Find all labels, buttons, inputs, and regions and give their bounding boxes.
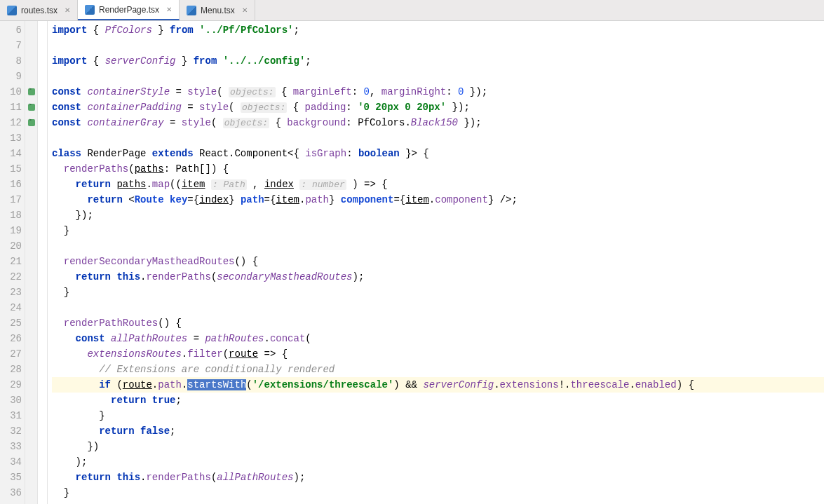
code-line[interactable]: const allPathRoutes = pathRoutes.concat( bbox=[52, 331, 824, 346]
code-line[interactable]: } bbox=[52, 408, 824, 423]
code-line[interactable]: }) bbox=[52, 439, 824, 454]
code-line[interactable]: }); bbox=[52, 207, 824, 223]
code-line[interactable]: const containerGray = style( objects: { … bbox=[52, 115, 824, 130]
code-line[interactable]: import { serverConfig } from '../../conf… bbox=[52, 53, 824, 69]
close-icon[interactable]: ✕ bbox=[242, 6, 248, 14]
code-line[interactable]: const containerPadding = style( objects:… bbox=[52, 100, 824, 115]
vcs-modified-icon bbox=[28, 104, 35, 111]
code-line[interactable] bbox=[52, 300, 824, 315]
code-line[interactable]: return paths.map((item : Path , index : … bbox=[52, 177, 824, 192]
code-line[interactable]: } bbox=[52, 485, 824, 500]
code-line[interactable]: renderSecondaryMastheadRoutes() { bbox=[52, 254, 824, 269]
code-line[interactable]: renderPaths(paths: Path[]) { bbox=[52, 161, 824, 177]
code-line[interactable]: ); bbox=[52, 454, 824, 470]
tab-menu[interactable]: Menu.tsx✕ bbox=[180, 0, 255, 20]
code-line[interactable] bbox=[52, 38, 824, 53]
tab-label: RenderPage.tsx bbox=[99, 5, 159, 15]
code-line[interactable]: return this.renderPaths(allPathRoutes); bbox=[52, 470, 824, 485]
code-line[interactable]: import { PfColors } from '../Pf/PfColors… bbox=[52, 22, 824, 38]
tsx-icon bbox=[85, 5, 95, 15]
code-line[interactable]: } bbox=[52, 285, 824, 300]
code-line[interactable] bbox=[52, 69, 824, 84]
code-line[interactable]: return false; bbox=[52, 423, 824, 439]
code-line[interactable]: return this.renderPaths(secondaryMasthea… bbox=[52, 269, 824, 285]
code-line[interactable]: extensionsRoutes.filter(route => { bbox=[52, 346, 824, 362]
tsx-icon bbox=[187, 6, 196, 15]
code-line[interactable]: const containerStyle = style( objects: {… bbox=[52, 84, 824, 100]
tab-label: Menu.tsx bbox=[201, 6, 235, 15]
vcs-modified-icon bbox=[28, 119, 35, 126]
line-numbers: 6789101112131415161718192021222324252627… bbox=[0, 21, 25, 504]
close-icon[interactable]: ✕ bbox=[65, 6, 70, 14]
marker-column bbox=[25, 21, 38, 504]
tab-label: routes.tsx bbox=[21, 6, 58, 15]
editor-area[interactable]: 6789101112131415161718192021222324252627… bbox=[0, 21, 824, 504]
code-line[interactable]: class RenderPage extends React.Component… bbox=[52, 146, 824, 161]
code-line[interactable] bbox=[52, 130, 824, 146]
code-line[interactable]: } bbox=[52, 223, 824, 238]
selection: startsWith bbox=[187, 379, 246, 390]
code-line[interactable] bbox=[52, 238, 824, 254]
code-line[interactable]: return <Route key={index} path={item.pat… bbox=[52, 192, 824, 207]
code-line[interactable]: // Extensions are conditionally rendered bbox=[52, 362, 824, 377]
fold-column bbox=[38, 21, 48, 504]
tsx-icon bbox=[7, 6, 17, 15]
tab-routes[interactable]: routes.tsx✕ bbox=[0, 0, 78, 20]
code-line[interactable] bbox=[52, 500, 824, 504]
code-line[interactable]: renderPathRoutes() { bbox=[52, 315, 824, 331]
code-body[interactable]: import { PfColors } from '../Pf/PfColors… bbox=[48, 21, 824, 504]
editor-tabs: routes.tsx✕ RenderPage.tsx✕ Menu.tsx✕ bbox=[0, 0, 824, 21]
close-icon[interactable]: ✕ bbox=[166, 6, 172, 13]
code-line[interactable]: return true; bbox=[52, 393, 824, 408]
tab-renderpage[interactable]: RenderPage.tsx✕ bbox=[78, 0, 180, 20]
code-line-highlighted[interactable]: if (route.path.startsWith('/extensions/t… bbox=[52, 377, 824, 393]
vcs-modified-icon bbox=[28, 88, 35, 95]
